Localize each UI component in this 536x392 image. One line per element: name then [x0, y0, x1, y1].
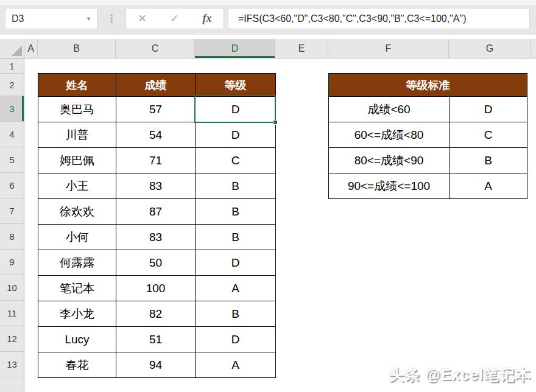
cell-name[interactable]: 徐欢欢 [38, 199, 116, 225]
grade-criteria-table: 等级标准 成绩<60 D 60<=成绩<80 C 80<=成绩<90 B 90<… [328, 73, 527, 199]
table-row: 春花 94 A [38, 352, 276, 378]
table-row: 李小龙 82 B [38, 301, 276, 327]
cell-name[interactable]: 小王 [38, 173, 116, 199]
formula-strip: D3 ▼ ⋮ ✕ ✓ fx =IFS(C3<60,"D",C3<80,"C",C… [0, 0, 536, 35]
cell-grade[interactable]: C [196, 148, 276, 173]
drag-handle-dots-icon[interactable]: ⋮ [107, 8, 116, 29]
row-header-6[interactable]: 6 [0, 173, 24, 198]
table-row: 川普 54 D [38, 122, 276, 148]
row-header-1[interactable]: 1 [0, 58, 24, 74]
cell-grade[interactable]: B [196, 199, 276, 225]
row-header-9[interactable]: 9 [0, 250, 24, 275]
cell-grade[interactable]: B [450, 148, 527, 173]
table-row: 60<=成绩<80 C [329, 122, 527, 148]
cell-name[interactable]: 奥巴马 [38, 97, 116, 122]
cell-name[interactable]: 李小龙 [38, 301, 116, 327]
table-row: 成绩<60 D [329, 97, 527, 122]
row-header-10[interactable]: 10 [0, 275, 24, 301]
row-header-2[interactable]: 2 [0, 74, 24, 96]
name-box[interactable]: D3 ▼ [5, 8, 97, 29]
grade-table-title[interactable]: 等级标准 [329, 74, 527, 97]
cell-grade[interactable]: A [196, 276, 276, 301]
select-all-button[interactable] [0, 39, 24, 58]
formula-text: =IFS(C3<60,"D",C3<80,"C",C3<90,"B",C3<=1… [228, 13, 467, 24]
cell-score[interactable]: 83 [116, 225, 196, 250]
cell-score[interactable]: 83 [116, 173, 196, 199]
cell-score[interactable]: 71 [116, 148, 196, 173]
cell-score[interactable]: 54 [116, 122, 196, 148]
cell-score[interactable]: 94 [116, 352, 196, 378]
cell-grade[interactable]: B [196, 173, 276, 199]
cell-name[interactable]: Lucy [38, 327, 116, 352]
cell-grade[interactable]: D [196, 250, 276, 276]
cell-grade[interactable]: D [196, 327, 276, 352]
select-all-triangle-icon [12, 46, 22, 56]
formula-bar[interactable]: =IFS(C3<60,"D",C3<80,"C",C3<90,"B",C3<=1… [228, 8, 530, 29]
row-header-13[interactable]: 13 [0, 352, 24, 377]
enter-icon[interactable]: ✓ [170, 12, 178, 25]
row-header-5[interactable]: 5 [0, 147, 24, 173]
cell-grade[interactable]: A [196, 352, 276, 378]
cell-score[interactable]: 57 [116, 97, 196, 122]
row-header-12[interactable]: 12 [0, 326, 24, 352]
table-row: 姆巴佩 71 C [38, 148, 276, 173]
row-header-11[interactable]: 11 [0, 301, 24, 326]
row-header-filler [0, 377, 24, 392]
cell-range[interactable]: 90<=成绩<=100 [329, 173, 450, 199]
cancel-icon[interactable]: ✕ [138, 12, 146, 25]
name-box-value: D3 [5, 13, 86, 24]
cell-grade[interactable]: D [196, 97, 276, 122]
score-table-header-name[interactable]: 姓名 [38, 74, 116, 97]
cell-name[interactable]: 春花 [38, 352, 116, 378]
score-table: 姓名 成绩 等级 奥巴马 57 D 川普 54 D 姆巴佩 71 C 小王 83… [38, 73, 276, 378]
insert-function-icon[interactable]: fx [203, 12, 212, 25]
cell-grade[interactable]: D [450, 97, 527, 122]
row-header-8[interactable]: 8 [0, 224, 24, 250]
table-row: 80<=成绩<90 B [329, 148, 527, 173]
table-row: 何露露 50 D [38, 250, 276, 276]
column-header-a[interactable]: A [24, 39, 38, 58]
column-header-f[interactable]: F [328, 39, 449, 58]
chevron-down-icon[interactable]: ▼ [86, 16, 97, 22]
cell-grade[interactable]: C [450, 122, 527, 148]
column-header-d[interactable]: D [195, 39, 275, 58]
cell-name[interactable]: 小何 [38, 225, 116, 250]
table-row: 徐欢欢 87 B [38, 199, 276, 225]
row-header-column: 1 2 3 4 5 6 7 8 9 10 11 12 13 [0, 58, 24, 392]
cell-grade[interactable]: B [196, 225, 276, 250]
cell-name[interactable]: 何露露 [38, 250, 116, 276]
cell-range[interactable]: 60<=成绩<80 [329, 122, 450, 148]
row-header-3[interactable]: 3 [0, 96, 24, 122]
row-header-4[interactable]: 4 [0, 122, 24, 147]
table-row: 90<=成绩<=100 A [329, 173, 527, 199]
column-header-b[interactable]: B [38, 39, 116, 58]
cell-score[interactable]: 50 [116, 250, 196, 276]
column-header-filler [531, 39, 536, 58]
cell-grade[interactable]: A [450, 173, 527, 199]
table-row: Lucy 51 D [38, 327, 276, 352]
cell-name[interactable]: 笔记本 [38, 276, 116, 301]
fill-handle[interactable] [273, 120, 278, 125]
row-header-7[interactable]: 7 [0, 198, 24, 224]
table-row: 笔记本 100 A [38, 276, 276, 301]
cell-name[interactable]: 姆巴佩 [38, 148, 116, 173]
cell-range[interactable]: 80<=成绩<90 [329, 148, 450, 173]
column-header-c[interactable]: C [116, 39, 195, 58]
cell-score[interactable]: 82 [116, 301, 196, 327]
cell-grade[interactable]: D [196, 122, 276, 148]
column-header-g[interactable]: G [449, 39, 531, 58]
cell-score[interactable]: 51 [116, 327, 196, 352]
cell-grade[interactable]: B [196, 301, 276, 327]
cell-range[interactable]: 成绩<60 [329, 97, 450, 122]
cell-name[interactable]: 川普 [38, 122, 116, 148]
cell-score[interactable]: 100 [116, 276, 196, 301]
watermark-text: 头条 @Excel笔记本 [389, 365, 531, 385]
score-table-header-grade[interactable]: 等级 [196, 74, 276, 97]
score-table-header-score[interactable]: 成绩 [116, 74, 196, 97]
formula-buttons: ✕ ✓ fx [125, 8, 224, 29]
column-header-e[interactable]: E [275, 39, 328, 58]
column-header-row: A B C D E F G [0, 39, 536, 58]
table-row: 小王 83 B [38, 173, 276, 199]
cell-score[interactable]: 87 [116, 199, 196, 225]
table-row: 奥巴马 57 D [38, 97, 276, 122]
